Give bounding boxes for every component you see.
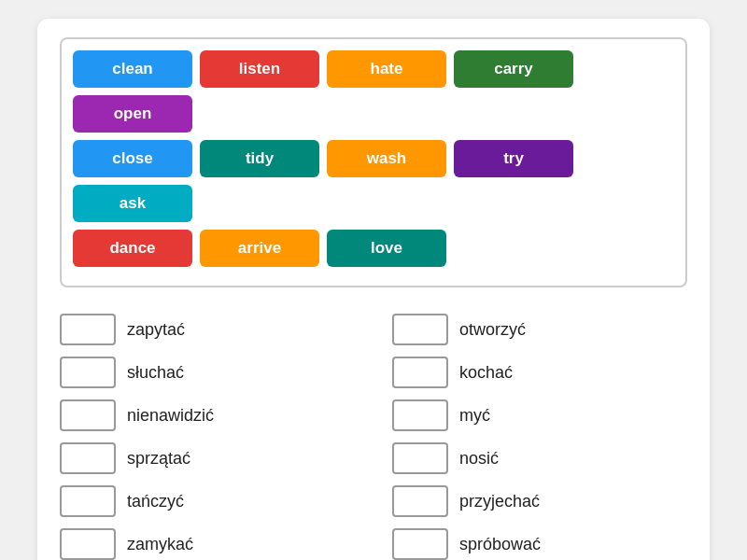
match-row: myć [392, 399, 687, 431]
drop-box[interactable] [392, 528, 448, 560]
word-bank: cleanlistenhatecarryopenclosetidywashtry… [60, 37, 687, 287]
polish-label: zapytać [127, 320, 185, 340]
match-row: przyjechać [392, 485, 687, 517]
polish-label: sprzątać [127, 449, 190, 469]
word-tile-arrive[interactable]: arrive [200, 230, 319, 267]
main-container: cleanlistenhatecarryopenclosetidywashtry… [37, 19, 710, 560]
drop-box[interactable] [392, 357, 448, 388]
match-row: sprzątać [60, 442, 355, 474]
drop-box[interactable] [392, 485, 448, 517]
word-tile-hate[interactable]: hate [327, 50, 446, 88]
match-row: spróbować [392, 528, 687, 560]
word-tile-ask[interactable]: ask [73, 185, 192, 222]
drop-box[interactable] [60, 399, 116, 431]
drop-box[interactable] [392, 399, 448, 431]
polish-label: słuchać [127, 363, 184, 383]
word-tile-clean[interactable]: clean [73, 50, 192, 88]
drop-box[interactable] [60, 442, 116, 474]
polish-label: przyjechać [459, 492, 540, 511]
word-row: cleanlistenhatecarryopen [73, 50, 674, 133]
match-row: tańczyć [60, 485, 355, 517]
polish-label: myć [459, 406, 490, 426]
word-tile-dance[interactable]: dance [73, 230, 192, 267]
drop-box[interactable] [60, 485, 116, 517]
polish-label: otworzyć [459, 320, 526, 340]
drop-box[interactable] [392, 314, 448, 345]
match-row: zapytać [60, 314, 355, 345]
match-row: słuchać [60, 357, 355, 388]
polish-label: tańczyć [127, 492, 184, 511]
word-tile-close[interactable]: close [73, 140, 192, 177]
word-row: closetidywashtryask [73, 140, 674, 222]
word-tile-carry[interactable]: carry [454, 50, 573, 88]
drop-box[interactable] [60, 314, 116, 345]
match-row: zamykać [60, 528, 355, 560]
drop-box[interactable] [392, 442, 448, 474]
drop-box[interactable] [60, 357, 116, 388]
polish-label: nosić [459, 449, 499, 469]
matching-col-right: otworzyćkochaćmyćnosićprzyjechaćspróbowa… [392, 314, 687, 560]
word-tile-wash[interactable]: wash [327, 140, 446, 177]
word-tile-tidy[interactable]: tidy [200, 140, 319, 177]
match-row: nosić [392, 442, 687, 474]
match-row: kochać [392, 357, 687, 388]
match-row: otworzyć [392, 314, 687, 345]
word-tile-love[interactable]: love [327, 230, 446, 267]
word-tile-try[interactable]: try [454, 140, 573, 177]
matching-area: zapytaćsłuchaćnienawidzićsprzątaćtańczyć… [60, 314, 687, 560]
word-tile-listen[interactable]: listen [200, 50, 319, 88]
word-row: dancearrivelove [73, 230, 674, 267]
polish-label: zamykać [127, 535, 193, 554]
matching-col-left: zapytaćsłuchaćnienawidzićsprzątaćtańczyć… [60, 314, 355, 560]
match-row: nienawidzić [60, 399, 355, 431]
polish-label: nienawidzić [127, 406, 214, 426]
drop-box[interactable] [60, 528, 116, 560]
word-tile-open[interactable]: open [73, 95, 192, 133]
polish-label: kochać [459, 363, 513, 383]
polish-label: spróbować [459, 535, 541, 554]
